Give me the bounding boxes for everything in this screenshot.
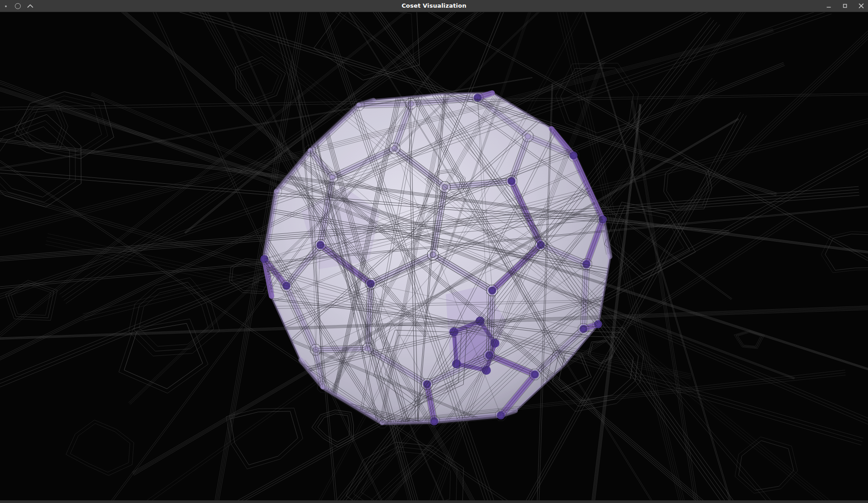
minimize-button[interactable] xyxy=(826,3,832,9)
close-icon xyxy=(858,3,864,9)
circle-icon[interactable] xyxy=(15,3,21,9)
window-bottom-border xyxy=(0,500,868,503)
chevron-up-icon[interactable] xyxy=(27,4,33,8)
titlebar[interactable]: Coset Visualization xyxy=(0,0,868,12)
dot-icon[interactable] xyxy=(5,5,7,7)
close-button[interactable] xyxy=(858,3,864,9)
minimize-icon xyxy=(826,3,832,9)
maximize-icon xyxy=(842,3,848,9)
visualization-canvas[interactable] xyxy=(0,12,868,500)
coset-3d-scene xyxy=(0,12,868,500)
window-title: Coset Visualization xyxy=(0,0,868,12)
app-window: Coset Visualization xyxy=(0,0,868,503)
window-controls xyxy=(826,0,864,12)
maximize-button[interactable] xyxy=(842,3,848,9)
